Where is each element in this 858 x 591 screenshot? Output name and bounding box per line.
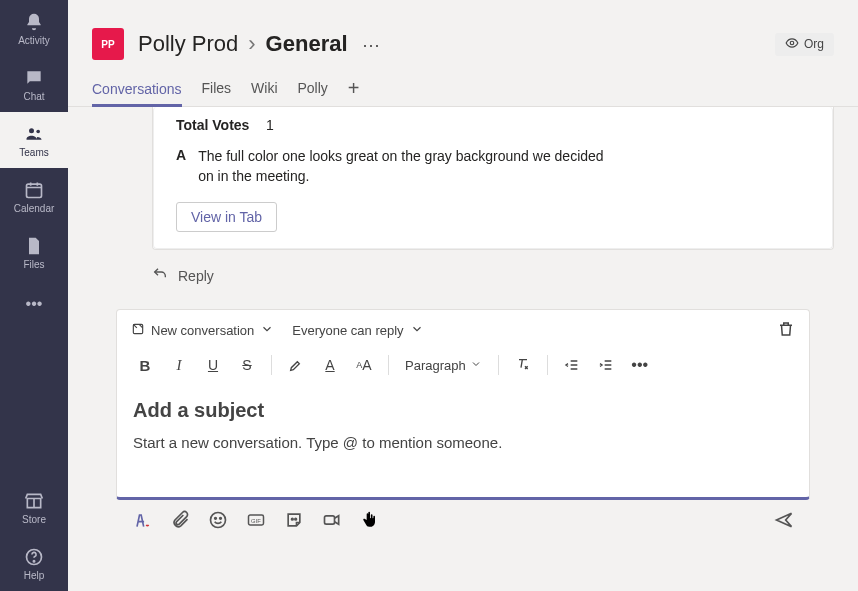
channel-tabs: Conversations Files Wiki Polly + [68,72,858,107]
svg-point-8 [215,518,217,520]
nav-label: Chat [23,91,44,102]
chevron-down-icon [410,322,424,339]
chevron-right-icon: › [248,31,255,57]
svg-point-1 [36,129,40,133]
indent-button[interactable] [592,351,620,379]
tab-polly[interactable]: Polly [298,72,328,106]
emoji-button[interactable] [206,508,230,532]
chat-icon [24,67,44,89]
nav-more[interactable]: ••• [0,280,68,328]
nav-rail: Activity Chat Teams Calendar Files ••• S… [0,0,68,591]
conversation-area: Total Votes 1 A The full color one looks… [68,107,858,591]
eye-icon [785,36,799,53]
strikethrough-button[interactable]: S [233,351,261,379]
more-format-button[interactable]: ••• [626,351,654,379]
nav-calendar[interactable]: Calendar [0,168,68,224]
svg-rect-2 [27,184,42,197]
total-votes-value: 1 [266,117,274,133]
svg-point-7 [211,513,226,528]
nav-label: Activity [18,35,50,46]
team-avatar: PP [92,28,124,60]
messaging-extensions-button[interactable] [358,508,382,532]
discard-button[interactable] [777,320,795,341]
tab-wiki[interactable]: Wiki [251,72,277,106]
chevron-down-icon [470,358,482,373]
paragraph-dropdown[interactable]: Paragraph [399,358,488,373]
nav-activity[interactable]: Activity [0,0,68,56]
channel-header: PP Polly Prod › General ⋯ Org [68,0,858,72]
paragraph-label: Paragraph [405,358,466,373]
meet-now-button[interactable] [320,508,344,532]
compose-bottom-bar: GIF [116,500,810,536]
chevron-down-icon [260,322,274,339]
compose-box: New conversation Everyone can reply [116,309,810,500]
svg-rect-14 [325,516,335,524]
nav-files[interactable]: Files [0,224,68,280]
cursor-hand-icon [360,510,380,530]
help-icon [24,546,44,568]
channel-more-button[interactable]: ⋯ [362,34,380,56]
send-button[interactable] [772,508,796,532]
outdent-button[interactable] [558,351,586,379]
total-votes-label: Total Votes [176,117,266,133]
nav-label: Calendar [14,203,55,214]
breadcrumb: Polly Prod › General ⋯ [138,31,380,57]
compose-type-label: New conversation [151,323,254,338]
trash-icon [777,326,795,341]
svg-point-12 [292,519,294,521]
teams-icon [24,123,44,145]
tab-files[interactable]: Files [202,72,232,106]
nav-label: Store [22,514,46,525]
sticker-button[interactable] [282,508,306,532]
svg-point-13 [295,519,297,521]
italic-button[interactable]: I [165,351,193,379]
answer-letter: A [176,147,186,186]
compose-icon [131,322,145,339]
reply-label: Reply [178,268,214,284]
highlight-button[interactable] [282,351,310,379]
ellipsis-icon: ••• [26,295,43,313]
add-tab-button[interactable]: + [348,77,360,102]
main-content: PP Polly Prod › General ⋯ Org Conversati… [68,0,858,591]
gif-button[interactable]: GIF [244,508,268,532]
svg-point-4 [33,560,34,561]
svg-point-5 [790,41,794,45]
nav-help[interactable]: Help [0,535,68,591]
reply-permissions-dropdown[interactable]: Everyone can reply [292,322,423,339]
format-toggle-button[interactable] [130,508,154,532]
format-toolbar: B I U S A AA Paragraph [117,347,809,385]
message-input[interactable]: Start a new conversation. Type @ to ment… [133,428,793,457]
breadcrumb-channel[interactable]: General [266,31,348,57]
svg-text:GIF: GIF [251,518,261,524]
nav-chat[interactable]: Chat [0,56,68,112]
bold-button[interactable]: B [131,351,159,379]
bell-icon [24,11,44,33]
font-color-button[interactable]: A [316,351,344,379]
answer-text: The full color one looks great on the gr… [198,147,618,186]
calendar-icon [24,179,44,201]
org-label: Org [804,37,824,51]
store-icon [24,490,44,512]
compose-type-dropdown[interactable]: New conversation [131,322,274,339]
reply-button[interactable]: Reply [152,260,834,291]
nav-label: Files [23,259,44,270]
nav-teams[interactable]: Teams [0,112,68,168]
clear-formatting-button[interactable] [509,351,537,379]
svg-point-9 [220,518,222,520]
font-size-button[interactable]: AA [350,351,378,379]
reply-icon [152,266,168,285]
underline-button[interactable]: U [199,351,227,379]
org-button[interactable]: Org [775,33,834,56]
view-in-tab-button[interactable]: View in Tab [176,202,277,232]
reply-permissions-label: Everyone can reply [292,323,403,338]
svg-point-0 [29,128,34,133]
breadcrumb-team[interactable]: Polly Prod [138,31,238,57]
tab-conversations[interactable]: Conversations [92,73,182,107]
attach-button[interactable] [168,508,192,532]
subject-input[interactable]: Add a subject [133,393,793,428]
nav-label: Help [24,570,45,581]
file-icon [24,235,44,257]
nav-store[interactable]: Store [0,479,68,535]
nav-label: Teams [19,147,48,158]
poll-card: Total Votes 1 A The full color one looks… [152,107,834,250]
